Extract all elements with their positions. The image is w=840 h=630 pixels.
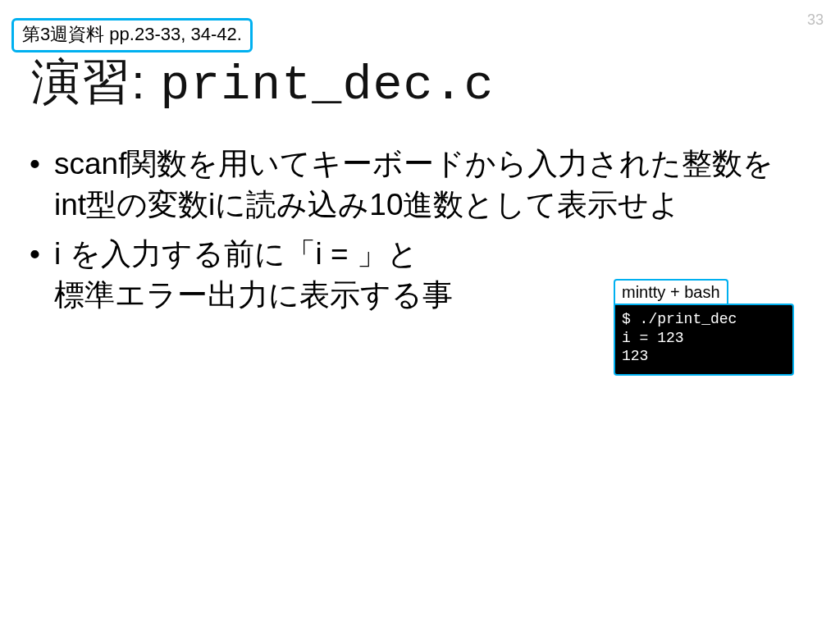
reference-box: 第3週資料 pp.23-33, 34-42.: [11, 18, 253, 52]
page-number: 33: [807, 11, 824, 29]
terminal-label: mintty + bash: [614, 279, 728, 304]
title-prefix: 演習:: [31, 54, 160, 109]
bullet-item: i を入力する前に「i = 」と 標準エラー出力に表示する事: [54, 234, 579, 316]
slide-title: 演習: print_dec.c: [31, 49, 494, 116]
bullet-item: scanf関数を用いてキーボードから入力された整数をint型の変数iに読み込み1…: [54, 144, 792, 226]
title-filename: print_dec.c: [160, 57, 494, 113]
terminal-output: $ ./print_dec i = 123 123: [614, 304, 794, 376]
terminal-example: mintty + bash $ ./print_dec i = 123 123: [614, 279, 794, 376]
